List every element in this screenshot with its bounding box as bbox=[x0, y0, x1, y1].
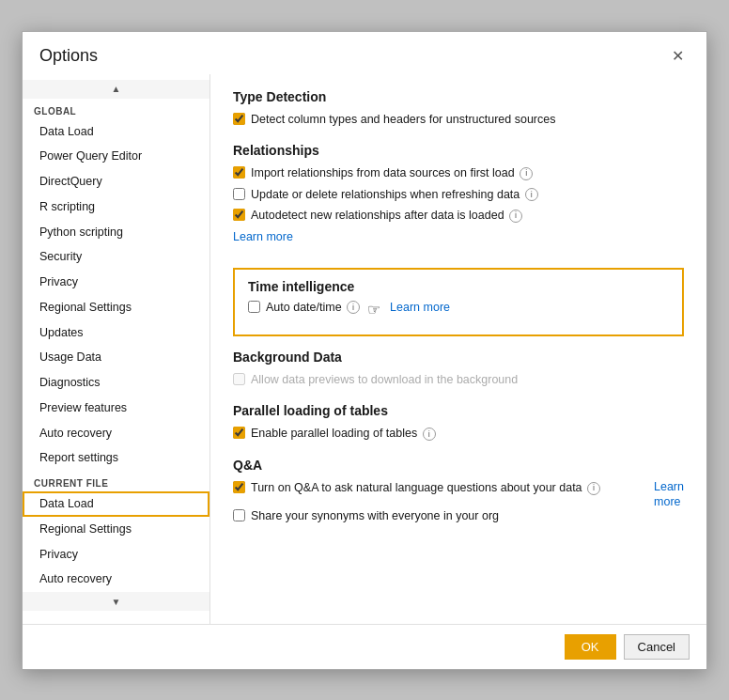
rel-import-info-icon: i bbox=[520, 167, 533, 180]
background-data-section: Background Data Allow data previews to d… bbox=[233, 350, 684, 389]
current-file-section-header: CURRENT FILE bbox=[23, 471, 209, 491]
scroll-down-button[interactable]: ▼ bbox=[23, 592, 209, 611]
scroll-up-button[interactable]: ▲ bbox=[23, 80, 209, 99]
parallel-loading-row-1: Enable parallel loading of tables i bbox=[233, 426, 684, 443]
global-section-header: GLOBAL bbox=[23, 99, 209, 119]
relationships-learn-more-link[interactable]: Learn more bbox=[233, 230, 293, 243]
rel-update-checkbox[interactable] bbox=[233, 188, 245, 200]
qa-learn-more-link[interactable]: Learn bbox=[654, 480, 684, 493]
rel-autodetect-checkbox[interactable] bbox=[233, 209, 245, 221]
qa-row-1: Turn on Q&A to ask natural language ques… bbox=[233, 480, 643, 497]
sidebar-item-directquery[interactable]: DirectQuery bbox=[23, 169, 209, 194]
time-intelligence-learn-more-link[interactable]: Learn more bbox=[390, 300, 450, 317]
qa-synonyms-label: Share your synonyms with everyone in you… bbox=[251, 508, 499, 525]
sidebar-item-privacy[interactable]: Privacy bbox=[23, 270, 209, 295]
background-data-label: Allow data previews to download in the b… bbox=[251, 372, 518, 389]
rel-update-label: Update or delete relationships when refr… bbox=[251, 187, 538, 204]
time-intelligence-section: Time intelligence Auto date/time i ☞ Lea… bbox=[233, 268, 684, 336]
sidebar-item-security[interactable]: Security bbox=[23, 244, 209, 270]
background-data-row-1: Allow data previews to download in the b… bbox=[233, 372, 684, 389]
rel-autodetect-info-icon: i bbox=[509, 210, 522, 223]
type-detection-label: Detect column types and headers for unst… bbox=[251, 112, 555, 129]
sidebar-item-current-privacy[interactable]: Privacy bbox=[23, 542, 209, 568]
parallel-loading-info-icon: i bbox=[423, 428, 436, 441]
sidebar-item-diagnostics[interactable]: Diagnostics bbox=[23, 370, 209, 396]
rel-row-2: Update or delete relationships when refr… bbox=[233, 187, 684, 204]
qa-title: Q&A bbox=[233, 458, 684, 473]
sidebar-item-report-settings[interactable]: Report settings bbox=[23, 445, 209, 471]
parallel-loading-section: Parallel loading of tables Enable parall… bbox=[233, 403, 684, 443]
rel-import-checkbox[interactable] bbox=[233, 166, 245, 179]
sidebar-item-usage-data[interactable]: Usage Data bbox=[23, 345, 209, 370]
parallel-loading-label: Enable parallel loading of tables i bbox=[251, 426, 436, 443]
type-detection-section: Type Detection Detect column types and h… bbox=[233, 89, 684, 129]
main-content: Type Detection Detect column types and h… bbox=[210, 74, 706, 624]
time-intelligence-title: Time intelligence bbox=[248, 279, 669, 294]
type-detection-row-1: Detect column types and headers for unst… bbox=[233, 112, 684, 129]
time-intelligence-row-1: Auto date/time i ☞ Learn more bbox=[248, 300, 669, 320]
sidebar-item-r-scripting[interactable]: R scripting bbox=[23, 194, 209, 220]
sidebar-item-current-regional-settings[interactable]: Regional Settings bbox=[23, 517, 209, 542]
dialog-body: ▲ GLOBAL Data Load Power Query Editor Di… bbox=[23, 74, 706, 624]
sidebar-item-auto-recovery[interactable]: Auto recovery bbox=[23, 421, 209, 446]
close-button[interactable]: ✕ bbox=[666, 45, 690, 67]
relationships-section: Relationships Import relationships from … bbox=[233, 143, 684, 253]
auto-date-time-checkbox[interactable] bbox=[248, 301, 260, 313]
rel-row-1: Import relationships from data sources o… bbox=[233, 165, 684, 182]
qa-natural-language-label: Turn on Q&A to ask natural language ques… bbox=[251, 480, 600, 497]
dialog-titlebar: Options ✕ bbox=[23, 32, 706, 74]
type-detection-checkbox[interactable] bbox=[233, 113, 245, 125]
qa-learn-more-container: Learn more bbox=[654, 480, 684, 508]
qa-row-2: Share your synonyms with everyone in you… bbox=[233, 508, 684, 525]
qa-left: Turn on Q&A to ask natural language ques… bbox=[233, 480, 643, 508]
qa-synonyms-checkbox[interactable] bbox=[233, 509, 245, 521]
cursor-icon: ☞ bbox=[367, 300, 380, 320]
ok-button[interactable]: OK bbox=[565, 634, 616, 660]
rel-row-3: Autodetect new relationships after data … bbox=[233, 208, 684, 225]
qa-first-row-container: Turn on Q&A to ask natural language ques… bbox=[233, 480, 684, 508]
parallel-loading-title: Parallel loading of tables bbox=[233, 403, 684, 418]
options-dialog: Options ✕ ▲ GLOBAL Data Load Power Query… bbox=[22, 31, 707, 670]
rel-autodetect-label: Autodetect new relationships after data … bbox=[251, 208, 522, 225]
sidebar-item-python-scripting[interactable]: Python scripting bbox=[23, 220, 209, 245]
sidebar-item-regional-settings[interactable]: Regional Settings bbox=[23, 295, 209, 320]
sidebar-item-current-data-load[interactable]: Data Load bbox=[23, 491, 209, 517]
sidebar-item-power-query-editor[interactable]: Power Query Editor bbox=[23, 144, 209, 169]
qa-more-link[interactable]: more bbox=[654, 495, 680, 508]
auto-date-time-label: Auto date/time i bbox=[266, 300, 360, 317]
auto-date-time-info-icon: i bbox=[347, 301, 360, 314]
cancel-button[interactable]: Cancel bbox=[624, 634, 690, 660]
qa-natural-language-info-icon: i bbox=[587, 482, 600, 495]
dialog-title: Options bbox=[39, 46, 98, 66]
sidebar-item-preview-features[interactable]: Preview features bbox=[23, 396, 209, 421]
type-detection-title: Type Detection bbox=[233, 89, 684, 104]
qa-section: Q&A Turn on Q&A to ask natural language … bbox=[233, 458, 684, 525]
sidebar-item-current-auto-recovery[interactable]: Auto recovery bbox=[23, 567, 209, 592]
sidebar-item-data-load[interactable]: Data Load bbox=[23, 119, 209, 145]
parallel-loading-checkbox[interactable] bbox=[233, 427, 245, 439]
rel-update-info-icon: i bbox=[525, 188, 538, 201]
sidebar-item-updates[interactable]: Updates bbox=[23, 320, 209, 346]
background-data-checkbox[interactable] bbox=[233, 373, 245, 385]
background-data-title: Background Data bbox=[233, 350, 684, 365]
sidebar: ▲ GLOBAL Data Load Power Query Editor Di… bbox=[23, 74, 210, 624]
dialog-footer: OK Cancel bbox=[23, 624, 706, 669]
relationships-title: Relationships bbox=[233, 143, 684, 158]
qa-natural-language-checkbox[interactable] bbox=[233, 481, 245, 493]
rel-import-label: Import relationships from data sources o… bbox=[251, 165, 533, 182]
